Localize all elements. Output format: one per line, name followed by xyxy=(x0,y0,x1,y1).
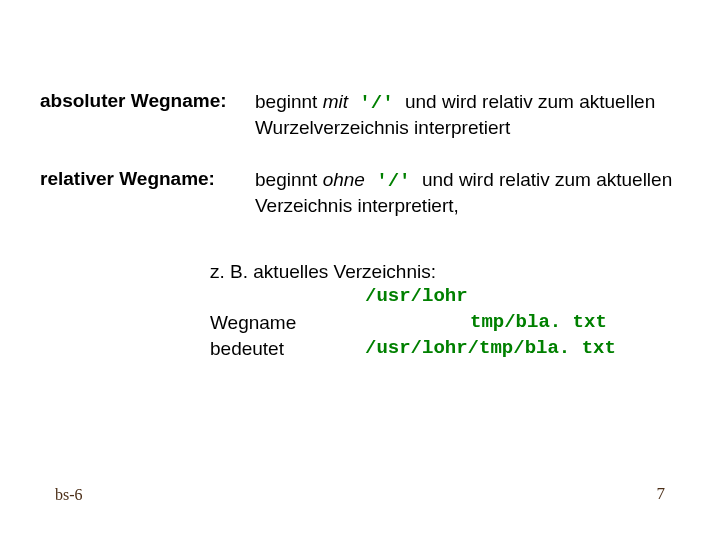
path-wegname: tmp/bla. txt xyxy=(365,310,607,336)
definitions-block: absoluter Wegname: beginnt mit '/' und w… xyxy=(40,90,700,219)
definition-absolute: absoluter Wegname: beginnt mit '/' und w… xyxy=(40,90,700,140)
term-relative: relativer Wegname: xyxy=(40,168,255,190)
desc-relative: beginnt ohne '/' und wird relativ zum ak… xyxy=(255,168,700,218)
current-dir-path: /usr/lohr xyxy=(365,284,468,310)
example-bedeutet-row: bedeutet /usr/lohr/tmp/bla. txt xyxy=(210,336,700,362)
desc-mode: mit xyxy=(323,91,348,112)
desc-pre: beginnt xyxy=(255,169,323,190)
example-block: z. B. aktuelles Verzeichnis: /usr/lohr W… xyxy=(210,259,700,362)
desc-pre: beginnt xyxy=(255,91,323,112)
footer-left-label: bs-6 xyxy=(55,486,83,504)
label-wegname: Wegname xyxy=(210,310,365,336)
page-number: 7 xyxy=(657,484,666,504)
example-lead: z. B. aktuelles Verzeichnis: xyxy=(210,259,700,285)
definition-relative: relativer Wegname: beginnt ohne '/' und … xyxy=(40,168,700,218)
example-spacer xyxy=(210,284,365,310)
separator-slash: '/' xyxy=(348,92,405,114)
label-bedeutet: bedeutet xyxy=(210,336,365,362)
example-wegname-row: Wegname tmp/bla. txt xyxy=(210,310,700,336)
separator-slash: '/' xyxy=(365,170,422,192)
path-bedeutet: /usr/lohr/tmp/bla. txt xyxy=(365,336,616,362)
desc-mode: ohne xyxy=(323,169,365,190)
term-absolute: absoluter Wegname: xyxy=(40,90,255,112)
desc-absolute: beginnt mit '/' und wird relativ zum akt… xyxy=(255,90,700,140)
example-currentdir: /usr/lohr xyxy=(210,284,700,310)
